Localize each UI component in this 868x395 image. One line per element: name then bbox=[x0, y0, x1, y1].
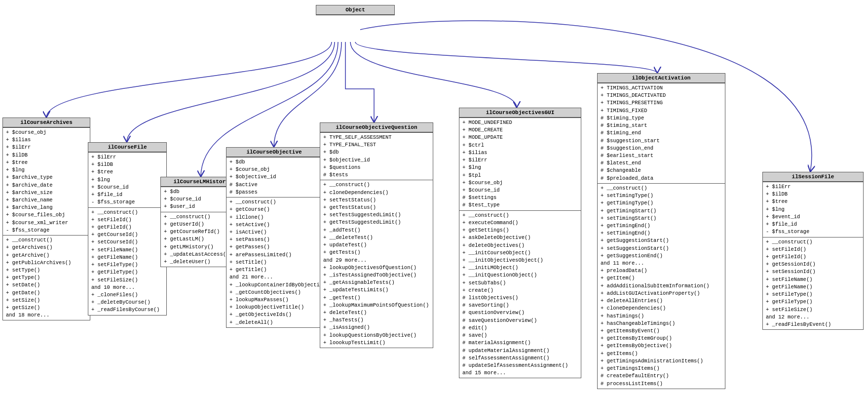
ilObjectActivation-box: ilObjectActivation + TIMINGS_ACTIVATION … bbox=[597, 73, 725, 389]
ilCourseObjectiveQuestion-box: ilCourseObjectiveQuestion + TYPE_SELF_AS… bbox=[320, 122, 433, 348]
ilCourseObjectiveQuestion-methods: + __construct() + cloneDependencies() + … bbox=[320, 180, 433, 348]
ilCourseObjectivesGUI-title: ilCourseObjectivesGUI bbox=[459, 108, 581, 118]
ilCourseObjectivesGUI-methods: + __construct() + executeCommand() + get… bbox=[459, 210, 581, 378]
ilCourseFile-box: ilCourseFile + $ilErr + $ilDB + $tree + … bbox=[88, 142, 167, 316]
ilCourseArchives-box: ilCourseArchives + $course_obj + $ilias … bbox=[2, 118, 90, 320]
ilCourseObjectivesGUI-attrs: + MODE_UNDEFINED + MODE_CREATE + MODE_UP… bbox=[459, 118, 581, 210]
ilCourseArchives-title: ilCourseArchives bbox=[3, 118, 90, 127]
object-title: Object bbox=[316, 5, 394, 15]
ilCourseFile-attrs: + $ilErr + $ilDB + $tree + $lng + $cours… bbox=[88, 152, 166, 207]
ilCourseObjectivesGUI-box: ilCourseObjectivesGUI + MODE_UNDEFINED +… bbox=[459, 108, 581, 378]
ilObjectActivation-attrs: + TIMINGS_ACTIVATION + TIMINGS_DEACTIVAT… bbox=[598, 83, 725, 183]
object-box: Object bbox=[316, 5, 395, 15]
ilSessionFile-title: ilSessionFile bbox=[763, 172, 863, 182]
ilCourseObjectiveQuestion-title: ilCourseObjectiveQuestion bbox=[320, 123, 433, 132]
ilCourseObjectiveQuestion-attrs: + TYPE_SELF_ASSESSMENT + TYPE_FINAL_TEST… bbox=[320, 132, 433, 180]
ilCourseFile-title: ilCourseFile bbox=[88, 143, 166, 152]
ilObjectActivation-title: ilObjectActivation bbox=[598, 74, 725, 83]
ilObjectActivation-methods: + __construct() + setTimingType() + getT… bbox=[598, 183, 725, 389]
ilCourseObjective-title: ilCourseObjective bbox=[226, 148, 322, 157]
ilCourseObjective-methods: + __construct() + getCourse() + ilClone(… bbox=[226, 197, 322, 327]
diagram-container: Object ilCourseArchives + $course_obj + … bbox=[0, 0, 868, 395]
ilSessionFile-attrs: + $ilErr + $ilDB + $tree + $lng + $event… bbox=[763, 182, 863, 237]
ilCourseArchives-methods: + __construct() + getArchives() + getArc… bbox=[3, 235, 90, 320]
ilSessionFile-box: ilSessionFile + $ilErr + $ilDB + $tree +… bbox=[762, 172, 864, 330]
ilCourseObjective-attrs: + $db + $course_obj + $objective_id # $a… bbox=[226, 157, 322, 197]
ilCourseFile-methods: + __construct() + setFileId() + getFileI… bbox=[88, 207, 166, 315]
ilSessionFile-methods: + __construct() + setFileId() + getFileI… bbox=[763, 237, 863, 330]
ilCourseArchives-attrs: + $course_obj + $ilias + $ilErr + $ilDB … bbox=[3, 127, 90, 235]
ilCourseObjective-box: ilCourseObjective + $db + $course_obj + … bbox=[226, 147, 322, 328]
